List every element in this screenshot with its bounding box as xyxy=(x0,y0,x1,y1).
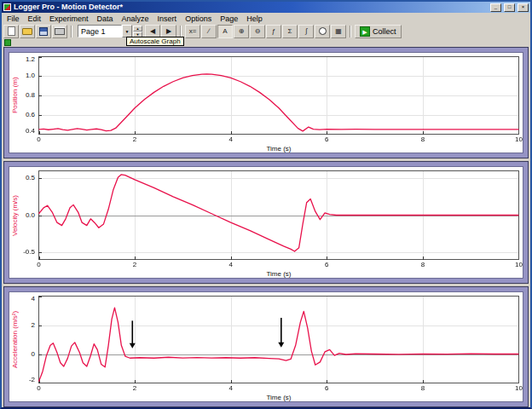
clock-icon xyxy=(319,27,327,35)
title-bar[interactable]: Logger Pro - Motion Detector* _ □ × xyxy=(2,2,530,13)
page-select-box[interactable]: Page 1 xyxy=(78,25,122,37)
page-select[interactable]: Page 1 ▼ ▲ ▼ xyxy=(78,25,142,37)
menu-options[interactable]: Options xyxy=(181,14,216,24)
stats-icon[interactable]: Σ xyxy=(282,25,298,38)
x-tick-label: 10 xyxy=(511,136,524,143)
toolbar-substrip: Autoscale Graph xyxy=(2,38,530,47)
app-icon xyxy=(3,3,11,11)
menu-edit[interactable]: Edit xyxy=(24,14,46,24)
y-tick-label: 0.6 xyxy=(9,112,35,118)
x-tick-label: 6 xyxy=(318,136,335,143)
save-icon[interactable] xyxy=(36,25,51,38)
y-tick-label: -0.5 xyxy=(9,249,35,256)
menu-insert[interactable]: Insert xyxy=(153,14,182,24)
page-spinner: ▲ ▼ xyxy=(133,26,142,37)
menu-bar: FileEditExperimentDataAnalyzeInsertOptio… xyxy=(2,13,530,24)
menu-file[interactable]: File xyxy=(3,14,24,24)
new-file-icon[interactable] xyxy=(3,25,19,38)
clock-icon[interactable] xyxy=(315,25,330,38)
file-icon-group xyxy=(3,25,67,38)
menu-help[interactable]: Help xyxy=(242,14,267,24)
x-tick-label: 4 xyxy=(223,262,240,268)
velocity-graph[interactable]: Velocity (m/s) Time (s) 0246810-0.50.00.… xyxy=(9,166,523,279)
x-tick-label: 4 xyxy=(223,136,240,143)
y-tick-label: 0.0 xyxy=(9,212,35,219)
y-tick-label: -2 xyxy=(9,377,35,383)
new-file-icon xyxy=(8,26,15,36)
open-file-icon xyxy=(22,28,32,35)
position-x-axis-label: Time (s) xyxy=(38,145,519,153)
logger-pro-window: Logger Pro - Motion Detector* _ □ × File… xyxy=(0,0,532,409)
x-tick-label: 10 xyxy=(511,262,524,268)
collect-button[interactable]: ▶ Collect xyxy=(355,25,402,38)
x-tick-label: 6 xyxy=(318,385,335,392)
menu-page[interactable]: Page xyxy=(216,14,242,24)
position-graph[interactable]: Position (m) Time (s) 02468100.40.60.81.… xyxy=(9,52,523,153)
acceleration-graph-panel[interactable]: Acceleration (m/s²) Time (s) 0246810-202… xyxy=(3,286,529,407)
x-tick-label: 4 xyxy=(223,385,240,392)
velocity-graph-panel[interactable]: Velocity (m/s) Time (s) 0246810-0.50.00.… xyxy=(3,161,529,284)
x-tick-label: 2 xyxy=(126,136,143,143)
page-spinner-up-icon[interactable]: ▲ xyxy=(133,26,142,32)
page-select-dropdown-icon[interactable]: ▼ xyxy=(122,25,132,37)
zoom-out-icon[interactable]: ⊖ xyxy=(250,25,265,38)
play-icon: ▶ xyxy=(360,26,370,37)
integral-icon[interactable]: ∫ xyxy=(298,25,314,38)
y-tick-label: 0.4 xyxy=(9,128,35,135)
toolbar-separator xyxy=(71,26,72,37)
toolbar-separator xyxy=(180,26,182,37)
maximize-button[interactable]: □ xyxy=(504,3,515,12)
y-tick-label: 1.2 xyxy=(9,56,35,63)
menu-data[interactable]: Data xyxy=(93,14,118,24)
tangent-icon[interactable]: ∕ xyxy=(201,25,217,38)
y-tick-label: 1.0 xyxy=(9,72,35,79)
y-tick-label: 0.8 xyxy=(9,92,35,99)
y-tick-label: 0 xyxy=(9,351,35,358)
autoscale-tooltip: Autoscale Graph xyxy=(126,37,184,46)
print-icon xyxy=(55,28,65,35)
graph-tools-group: x=∕A⊕⊖ƒΣ∫▦ xyxy=(185,25,346,38)
x-tick-label: 0 xyxy=(31,262,48,268)
zoom-in-icon[interactable]: ⊕ xyxy=(234,25,249,38)
x-tick-label: 8 xyxy=(414,262,431,268)
menu-experiment[interactable]: Experiment xyxy=(45,14,93,24)
window-title: Logger Pro - Motion Detector* xyxy=(14,3,488,12)
x-tick-label: 8 xyxy=(414,385,431,392)
examine-icon[interactable]: x= xyxy=(185,25,200,38)
x-tick-label: 2 xyxy=(126,262,143,268)
acceleration-y-axis-label: Acceleration (m/s²) xyxy=(10,296,20,383)
acceleration-x-axis-label: Time (s) xyxy=(38,394,519,401)
toolbar: Page 1 ▼ ▲ ▼ ◀▶ x=∕A⊕⊖ƒΣ∫▦ ▶ Collect xyxy=(2,24,530,38)
position-plot-area[interactable] xyxy=(38,56,519,135)
acceleration-plot-area[interactable] xyxy=(38,296,519,383)
close-button[interactable]: × xyxy=(518,3,529,12)
curve-fit-icon[interactable]: ƒ xyxy=(266,25,281,38)
x-tick-label: 0 xyxy=(31,136,48,143)
collect-label: Collect xyxy=(373,27,396,36)
y-tick-label: 0.5 xyxy=(9,175,35,181)
x-tick-label: 2 xyxy=(126,385,143,392)
acceleration-graph[interactable]: Acceleration (m/s²) Time (s) 0246810-202… xyxy=(9,291,523,402)
open-file-icon[interactable] xyxy=(20,25,35,38)
x-tick-label: 0 xyxy=(31,385,48,392)
save-icon xyxy=(39,27,48,36)
data-table-icon[interactable]: ▦ xyxy=(331,25,346,38)
y-tick-label: 2 xyxy=(9,322,35,329)
page-mini-icon[interactable] xyxy=(4,39,11,46)
page-select-value: Page 1 xyxy=(81,27,106,36)
y-tick-label: 4 xyxy=(9,296,35,302)
autoscale-icon[interactable]: A xyxy=(217,25,233,38)
velocity-plot-area[interactable] xyxy=(38,170,519,260)
menu-analyze[interactable]: Analyze xyxy=(118,14,153,24)
print-icon[interactable] xyxy=(52,25,67,38)
position-graph-panel[interactable]: Position (m) Time (s) 02468100.40.60.81.… xyxy=(3,47,529,158)
x-tick-label: 10 xyxy=(511,385,524,392)
minimize-button[interactable]: _ xyxy=(490,3,501,12)
velocity-x-axis-label: Time (s) xyxy=(38,270,519,278)
toolbar-separator xyxy=(350,26,351,37)
x-tick-label: 8 xyxy=(414,136,431,143)
x-tick-label: 6 xyxy=(318,262,335,268)
